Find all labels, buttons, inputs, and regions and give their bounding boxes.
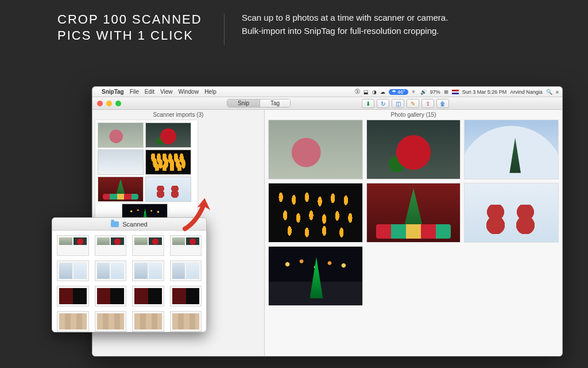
tab-snip[interactable]: Snip (227, 99, 260, 107)
wifi-icon[interactable]: ᯤ (412, 89, 417, 95)
import-thumb[interactable] (98, 122, 144, 148)
menu-view[interactable]: View (160, 89, 173, 95)
clock-text[interactable]: Sun 3 Mar 5:26 PM (462, 89, 507, 95)
scanner-imports-label: Scanner imports (3) (92, 110, 264, 120)
menubar-right: ⓢ ⬓ ◑ ☁ ☂ 46° ᯤ 🔊 97% 𝌆 Sun 3 Mar 5:26 P… (355, 88, 559, 95)
traffic-lights (92, 101, 121, 106)
finder-title-text: Scanned (122, 221, 147, 228)
mode-segmented-control: Snip Tag (227, 99, 291, 108)
finder-file[interactable] (57, 235, 89, 256)
notifications-icon[interactable]: ≡ (556, 89, 559, 95)
gallery-thumb[interactable] (268, 120, 363, 179)
gallery-grid (268, 120, 559, 306)
menubar-menus: File Edit View Window Help (130, 89, 216, 95)
scanner-imports-group[interactable] (95, 120, 198, 232)
gallery-thumb[interactable] (464, 120, 559, 179)
gallery-thumb[interactable] (268, 246, 363, 306)
import-thumb[interactable] (145, 177, 191, 202)
finder-file[interactable] (170, 286, 202, 306)
finder-file[interactable] (57, 260, 89, 281)
finder-file[interactable] (57, 311, 89, 332)
minimize-button[interactable] (106, 101, 112, 106)
mac-menubar: SnipTag File Edit View Window Help ⓢ ⬓ ◑… (92, 87, 562, 97)
toolbar: ⬇ ↻ ◫ ✎ ⇪ 🗑 (362, 99, 449, 108)
volume-icon[interactable]: 🔊 (420, 89, 427, 95)
finder-file[interactable] (170, 235, 202, 256)
finder-file[interactable] (170, 311, 202, 332)
headline: CROP 100 SCANNED PICS WITH 1 CLICK (57, 12, 207, 43)
skype-icon[interactable]: ⓢ (355, 88, 360, 95)
finder-file[interactable] (132, 235, 164, 256)
menu-window[interactable]: Window (179, 89, 199, 95)
gallery-thumb[interactable] (366, 120, 461, 179)
gallery-thumb[interactable] (366, 183, 461, 243)
gallery-thumb[interactable] (464, 183, 559, 243)
flag-icon[interactable] (452, 90, 459, 94)
header-divider (224, 14, 225, 45)
subtext-line1: Scan up to 8 photos at a time with scann… (242, 12, 448, 25)
finder-file[interactable] (132, 311, 164, 332)
photo-gallery-label: Photo gallery (15) (268, 110, 559, 120)
weather-pill[interactable]: ☂ 46° (389, 89, 408, 95)
rotate-button[interactable]: ↻ (377, 99, 389, 108)
cloud-icon[interactable]: ☁ (380, 89, 385, 95)
spotlight-icon[interactable]: 🔍 (546, 89, 552, 95)
export-button[interactable]: ⇪ (421, 99, 434, 108)
dropbox-icon[interactable]: ⬓ (363, 89, 369, 95)
battery-text[interactable]: 97% (430, 89, 440, 95)
finder-file[interactable] (170, 260, 202, 281)
import-thumb[interactable] (98, 150, 144, 175)
import-thumb[interactable] (145, 122, 191, 148)
tab-tag[interactable]: Tag (260, 99, 290, 107)
zoom-button[interactable] (115, 101, 121, 106)
delete-button[interactable]: 🗑 (436, 99, 449, 108)
finder-body (52, 231, 206, 332)
subtext: Scan up to 8 photos at a time with scann… (242, 12, 448, 37)
finder-file[interactable] (95, 260, 127, 281)
menu-help[interactable]: Help (204, 89, 216, 95)
menu-edit[interactable]: Edit (145, 89, 154, 95)
finder-file[interactable] (95, 235, 127, 256)
folder-icon (111, 221, 119, 227)
finder-file[interactable] (57, 286, 89, 306)
photo-gallery-pane: Photo gallery (15) (265, 110, 562, 356)
finder-titlebar[interactable]: Scanned (52, 218, 206, 231)
user-name[interactable]: Arvind Nangia (510, 89, 543, 95)
crop-button[interactable]: ◫ (392, 99, 404, 108)
import-thumb[interactable] (145, 150, 191, 175)
menubar-app-name[interactable]: SnipTag (102, 89, 124, 95)
close-button[interactable] (97, 101, 103, 106)
finder-file[interactable] (132, 286, 164, 306)
finder-window: Scanned (52, 217, 207, 332)
gallery-thumb[interactable] (268, 183, 363, 243)
import-button[interactable]: ⬇ (362, 99, 374, 108)
subtext-line2: Bulk-import into SnipTag for full-resolu… (242, 25, 448, 38)
sync-icon[interactable]: ◑ (372, 89, 377, 95)
edit-button[interactable]: ✎ (407, 99, 419, 108)
import-thumb[interactable] (98, 177, 144, 202)
window-chrome: Snip Tag ⬇ ↻ ◫ ✎ ⇪ 🗑 (92, 97, 562, 110)
finder-file[interactable] (95, 311, 127, 332)
battery-icon[interactable]: 𝌆 (444, 89, 448, 95)
finder-file[interactable] (132, 260, 164, 281)
finder-file[interactable] (95, 286, 127, 306)
marketing-header: CROP 100 SCANNED PICS WITH 1 CLICK Scan … (0, 0, 588, 51)
menu-file[interactable]: File (130, 89, 139, 95)
